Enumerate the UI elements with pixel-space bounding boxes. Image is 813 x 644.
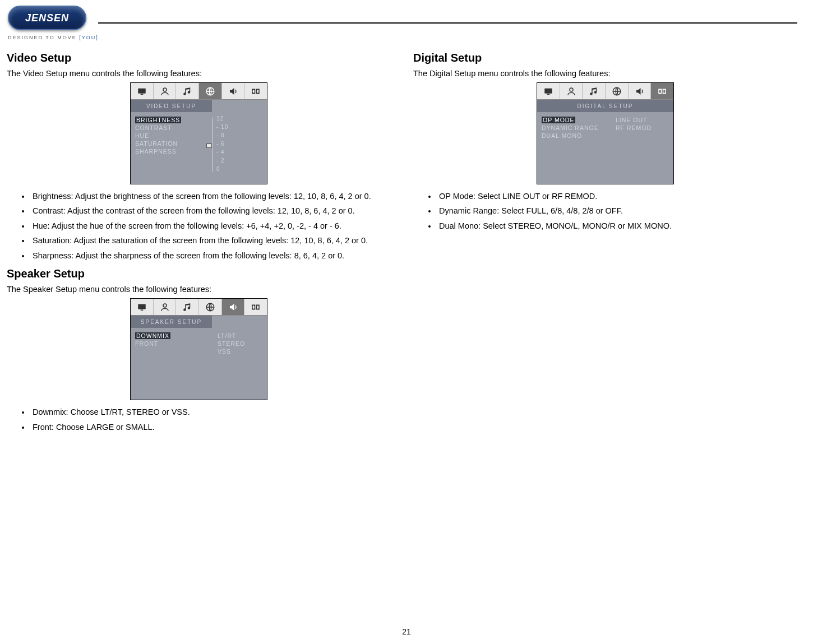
osd-title-row: SPEAKER SETUP xyxy=(131,316,267,328)
osd-item: FRONT xyxy=(135,340,207,347)
scale-value: - 2 xyxy=(216,157,225,164)
brand-block: JENSEN DESIGNED TO MOVE [YOU] xyxy=(6,6,104,40)
svg-rect-1 xyxy=(141,94,144,95)
digital-setup-heading: Digital Setup xyxy=(413,52,797,64)
osd-tab-row xyxy=(131,83,267,100)
osd-item: SHARPNESS xyxy=(135,148,207,155)
osd-item: VSS xyxy=(218,348,264,355)
video-setup-bullets: Brightness: Adjust the brightness of the… xyxy=(7,190,391,262)
osd-item-selected: DOWNMIX xyxy=(135,332,170,339)
osd-value-scale: 12 - 10 - 8 - 6 - 4 - 2 0 xyxy=(212,112,267,184)
brand-name: JENSEN xyxy=(25,12,69,24)
digital-osd-figure: DIGITAL SETUP OP MODE DYNAMIC RANGE DUAL… xyxy=(413,82,797,184)
page-number: 21 xyxy=(0,627,813,636)
header-rule xyxy=(98,22,797,24)
osd-title-spacer xyxy=(212,316,267,328)
osd-menu-left: BRIGHTNESS CONTRAST HUE SATURATION SHARP… xyxy=(131,112,212,184)
speaker-osd-figure: SPEAKER SETUP DOWNMIX FRONT LT/RT STEREO… xyxy=(7,298,391,400)
speaker-icon xyxy=(222,83,245,99)
person-icon xyxy=(154,83,177,99)
video-osd: VIDEO SETUP BRIGHTNESS CONTRAST HUE SATU… xyxy=(130,82,267,184)
svg-point-10 xyxy=(163,304,167,307)
bullet: Hue: Adjust the hue of the screen from t… xyxy=(30,220,391,232)
bullet: Brightness: Adjust the brightness of the… xyxy=(30,190,391,202)
svg-point-7 xyxy=(257,90,258,93)
bullet: Sharpness: Adjust the sharpness of the s… xyxy=(30,249,391,262)
digital-osd: DIGITAL SETUP OP MODE DYNAMIC RANGE DUAL… xyxy=(537,82,674,184)
music-icon xyxy=(176,299,199,315)
osd-body: BRIGHTNESS CONTRAST HUE SATURATION SHARP… xyxy=(131,112,267,184)
person-icon xyxy=(154,299,177,315)
osd-item: LINE OUT xyxy=(616,117,670,123)
digital-setup-bullets: OP Mode: Select LINE OUT or RF REMOD. Dy… xyxy=(413,190,797,232)
scale-value: - 4 xyxy=(216,149,225,155)
tagline-you: [YOU] xyxy=(79,35,99,40)
bullet: Saturation: Adjust the saturation of the… xyxy=(30,234,391,247)
left-column: Video Setup The Video Setup menu control… xyxy=(7,52,391,435)
scale-line xyxy=(212,118,213,172)
osd-tab-row xyxy=(537,83,673,100)
bullet: Front: Choose LARGE or SMALL. xyxy=(30,421,391,433)
svg-point-2 xyxy=(163,88,167,91)
right-column: Digital Setup The Digital Setup menu con… xyxy=(413,52,797,435)
osd-item: SATURATION xyxy=(135,140,207,147)
digital-setup-intro: The Digital Setup menu controls the foll… xyxy=(413,69,797,78)
osd-item-selected: BRIGHTNESS xyxy=(135,117,181,123)
header-right: JWM6A xyxy=(104,6,797,24)
osd-title: SPEAKER SETUP xyxy=(131,316,212,328)
content-columns: Video Setup The Video Setup menu control… xyxy=(6,52,797,435)
display-icon xyxy=(537,83,560,99)
page-header: JENSEN DESIGNED TO MOVE [YOU] JWM6A xyxy=(6,6,797,40)
brand-tagline: DESIGNED TO MOVE [YOU] xyxy=(8,35,104,40)
svg-rect-16 xyxy=(544,88,552,93)
osd-item: CONTRAST xyxy=(135,124,207,131)
osd-body: DOWNMIX FRONT LT/RT STEREO VSS xyxy=(131,328,267,400)
dolby-icon xyxy=(651,83,673,99)
svg-point-14 xyxy=(253,305,255,309)
bullet: OP Mode: Select LINE OUT or RF REMOD. xyxy=(437,190,797,202)
osd-title: VIDEO SETUP xyxy=(131,100,212,112)
svg-rect-0 xyxy=(138,88,146,93)
globe-icon xyxy=(606,83,629,99)
globe-icon xyxy=(199,83,222,99)
speaker-icon xyxy=(629,83,652,99)
osd-menu-left: OP MODE DYNAMIC RANGE DUAL MONO xyxy=(537,112,610,184)
bullet: Downmix: Choose LT/RT, STEREO or VSS. xyxy=(30,406,391,418)
osd-body: OP MODE DYNAMIC RANGE DUAL MONO LINE OUT… xyxy=(537,112,673,184)
scale-value: 0 xyxy=(216,166,220,172)
music-icon xyxy=(583,83,606,99)
svg-point-6 xyxy=(253,90,255,93)
video-osd-figure: VIDEO SETUP BRIGHTNESS CONTRAST HUE SATU… xyxy=(7,82,391,184)
display-icon xyxy=(131,299,154,315)
osd-tab-row xyxy=(131,299,267,316)
speaker-setup-heading: Speaker Setup xyxy=(7,267,391,280)
svg-rect-8 xyxy=(138,304,146,309)
scale-value: - 8 xyxy=(216,132,225,138)
bullet: Dual Mono: Select STEREO, MONO/L, MONO/R… xyxy=(437,220,797,232)
tagline-pre: DESIGNED TO MOVE xyxy=(8,35,79,40)
brand-logo: JENSEN xyxy=(8,6,86,30)
osd-title-row: VIDEO SETUP xyxy=(131,100,267,112)
svg-rect-17 xyxy=(547,94,550,95)
dolby-icon xyxy=(244,83,267,99)
dolby-icon xyxy=(244,299,267,315)
speaker-setup-intro: The Speaker Setup menu controls the foll… xyxy=(7,285,391,294)
speaker-icon xyxy=(222,299,245,315)
person-icon xyxy=(560,83,583,99)
osd-title: DIGITAL SETUP xyxy=(537,100,673,112)
bullet: Dynamic Range: Select FULL, 6/8, 4/8, 2/… xyxy=(437,205,797,217)
svg-point-18 xyxy=(570,88,573,91)
scale-value: 12 xyxy=(216,115,224,122)
svg-point-23 xyxy=(663,90,665,93)
osd-item: RF REMOD xyxy=(616,124,670,131)
osd-item: LT/RT xyxy=(218,332,264,339)
speaker-osd: SPEAKER SETUP DOWNMIX FRONT LT/RT STEREO… xyxy=(130,298,267,400)
osd-menu-right: LT/RT STEREO VSS xyxy=(212,328,267,400)
globe-icon xyxy=(199,299,222,315)
svg-point-15 xyxy=(257,305,258,309)
svg-point-22 xyxy=(659,90,661,93)
osd-item: HUE xyxy=(135,132,207,139)
music-icon xyxy=(176,83,199,99)
scale-value: - 6 xyxy=(216,141,225,147)
display-icon xyxy=(131,83,154,99)
